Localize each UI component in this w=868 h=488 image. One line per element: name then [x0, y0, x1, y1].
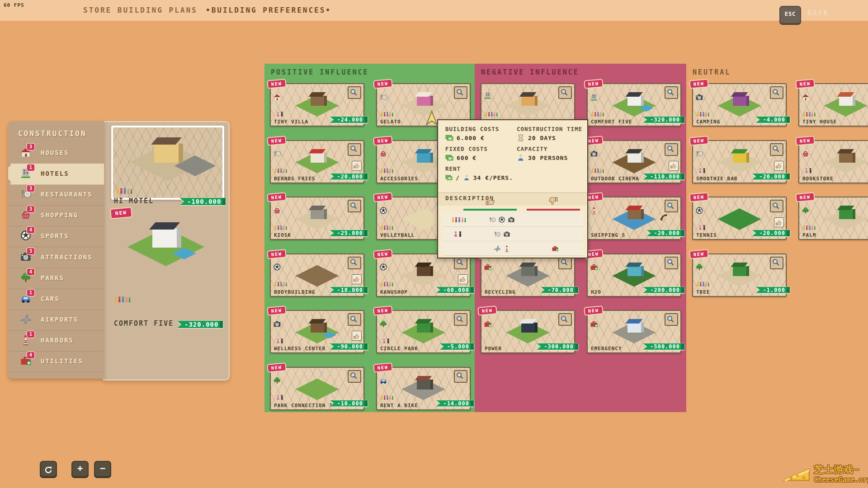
building-card-h2o[interactable]: NEWH2O-200.000 — [587, 253, 681, 297]
new-badge: NEW — [690, 136, 708, 145]
magnifier-button[interactable] — [770, 200, 783, 212]
zoom-in-button[interactable]: + — [71, 461, 89, 477]
building-card-comfort-five[interactable]: NEWCOMFORT FIVE-320.000 — [587, 83, 681, 127]
couple-icon — [802, 166, 816, 175]
building-card-emergency[interactable]: NEWEMERGENCY-500.000 — [587, 310, 681, 353]
parks-category-icon — [273, 376, 281, 384]
construction-panel: CONSTRUCTION 3HOUSES1HOTELS3RESTAURANTS3… — [8, 121, 104, 379]
magnifier-button[interactable] — [665, 313, 678, 326]
fps-counter: 60 FPS — [4, 2, 24, 8]
visitor-group-icon — [114, 295, 131, 304]
dislikes-icons — [528, 245, 582, 252]
count-badge: 3 — [27, 144, 34, 150]
building-card-tiny-house[interactable]: NEWTINY HOUSE — [798, 83, 868, 127]
magnifier-button[interactable] — [454, 370, 467, 383]
zoom-out-button[interactable]: − — [94, 461, 111, 477]
group-icon — [380, 166, 394, 175]
new-badge: NEW — [690, 250, 708, 258]
magnifier-button[interactable] — [348, 370, 361, 383]
sidebar-item-hotels[interactable]: 1HOTELS — [8, 164, 104, 185]
building-card-shipping-s[interactable]: NEWSHIPPING S-20.000 — [587, 197, 681, 240]
couple-icon — [274, 109, 288, 118]
magnifier-button[interactable] — [665, 143, 678, 156]
building-card-bookstore[interactable]: NEWBOOKSTORE — [798, 140, 868, 183]
group-icon — [274, 280, 288, 288]
likes-icons — [475, 230, 528, 238]
back-button[interactable]: BACK — [807, 9, 829, 17]
award-stamp-icon — [352, 161, 362, 171]
magnifier-button[interactable] — [348, 86, 361, 99]
tab-store-building-plans[interactable]: STORE BUILDING PLANS — [83, 6, 198, 14]
couple-icon — [274, 336, 288, 345]
price-ribbon: -5.000 — [440, 343, 474, 350]
new-badge: NEW — [268, 250, 285, 258]
magnifier-button[interactable] — [558, 313, 572, 326]
sidebar-item-label: CARS — [41, 295, 60, 302]
count-badge: 4 — [27, 269, 34, 275]
sidebar-item-sports[interactable]: 4SPORTS — [8, 226, 104, 247]
sidebar-item-houses[interactable]: 3HOUSES — [8, 143, 104, 164]
building-name: SHIPPING S — [591, 232, 625, 238]
attractions-category-icon — [695, 92, 703, 100]
sidebar-item-airports[interactable]: AIRPORTS — [8, 310, 104, 331]
shopping-category-icon — [273, 206, 281, 214]
building-card-kanushop[interactable]: NEWKANUSHOP-60.000 — [376, 253, 471, 297]
building-card-camping[interactable]: NEWCAMPING-4.000 — [692, 83, 787, 127]
sidebar-item-parks[interactable]: 4PARKS — [8, 268, 104, 289]
tab-building-preferences[interactable]: •BUILDING PREFERENCES• — [206, 6, 331, 14]
couple-icon — [696, 166, 710, 175]
building-name: PALM — [802, 232, 816, 238]
money-icon — [445, 134, 453, 142]
building-card-tiny-villa[interactable]: NEWTINY VILLA-24.000 — [270, 83, 364, 127]
building-card-kiosk[interactable]: NEWKIOSK-25.000 — [270, 197, 364, 240]
new-badge: NEW — [268, 136, 285, 145]
building-card-recycling[interactable]: NEWRECYCLING-70.000 — [481, 253, 575, 297]
building-card-palm[interactable]: NEWPALM — [798, 197, 868, 240]
sidebar-item-attractions[interactable]: 3ATTRACTIONS — [8, 247, 104, 268]
magnifier-button[interactable] — [770, 143, 783, 156]
magnifier-button[interactable] — [454, 313, 467, 326]
utilities-category-icon — [590, 319, 598, 327]
magnifier-button[interactable] — [348, 200, 361, 212]
catalog-item-comfort-five[interactable] — [111, 212, 221, 316]
building-card-outdoor-cinema[interactable]: NEWOUTDOOR CINEMA-110.000 — [587, 140, 681, 183]
magnifier-button[interactable] — [665, 200, 678, 212]
sidebar-item-label: HOUSES — [41, 149, 69, 156]
magnifier-button[interactable] — [665, 86, 678, 99]
magnifier-button[interactable] — [454, 86, 467, 99]
magnifier-button[interactable] — [558, 86, 572, 99]
building-name: TENNIS — [696, 232, 717, 238]
magnifier-button[interactable] — [770, 257, 783, 269]
catalog-item-hi-motel[interactable] — [111, 126, 224, 200]
building-card-park-connection-ii[interactable]: NEWPARK CONNECTION II-10.000 — [270, 367, 364, 410]
building-card-tree[interactable]: NEWTREE-1.000 — [692, 253, 787, 297]
building-card-rent-a-bike[interactable]: NEWRENT A BIKE-14.000 — [376, 367, 471, 410]
sidebar-item-utilities[interactable]: 4UTILITIES — [8, 351, 104, 372]
building-card-power[interactable]: NEWPOWER-300.000 — [481, 310, 575, 353]
sidebar-item-label: SPORTS — [41, 232, 69, 239]
hotels-category-icon — [590, 92, 598, 100]
shopping-icon: 3 — [20, 209, 32, 221]
sidebar-item-restaurants[interactable]: 3RESTAURANTS — [8, 184, 104, 206]
building-name: TINY HOUSE — [802, 119, 837, 125]
magnifier-button[interactable] — [665, 257, 678, 269]
building-card-circle-park[interactable]: NEWCIRCLE PARK-5.000 — [376, 310, 471, 353]
rotate-camera-button[interactable] — [40, 461, 57, 477]
magnifier-button[interactable] — [770, 86, 783, 99]
building-card-wellness-center[interactable]: NEWWELLNESS CENTER-90.000 — [270, 310, 364, 353]
sidebar-item-cars[interactable]: 1CARS — [8, 289, 104, 310]
building-card-tennis[interactable]: NEWTENNIS-20.000 — [692, 197, 787, 240]
esc-key-button[interactable]: ESC — [779, 6, 801, 24]
building-name: VOLLEYBALL — [380, 232, 415, 238]
building-card-bodybuilding[interactable]: NEWBODYBUILDING-18.000 — [270, 253, 364, 297]
group-icon — [591, 166, 604, 175]
building-card-smoothie-bar[interactable]: NEWSMOOTHIE BAR-20.000 — [692, 140, 787, 183]
magnifier-button[interactable] — [348, 313, 361, 326]
sidebar-item-shopping[interactable]: 3SHOPPING — [8, 205, 104, 226]
magnifier-button[interactable] — [348, 257, 361, 269]
sidebar-item-harbors[interactable]: 1HARBORS — [8, 330, 104, 352]
harbors-category-icon — [590, 206, 598, 214]
building-card-bernds-fries[interactable]: NEWBERNDS FRIES-20.000 — [270, 140, 364, 183]
magnifier-button[interactable] — [348, 143, 361, 156]
money-icon — [445, 174, 453, 182]
